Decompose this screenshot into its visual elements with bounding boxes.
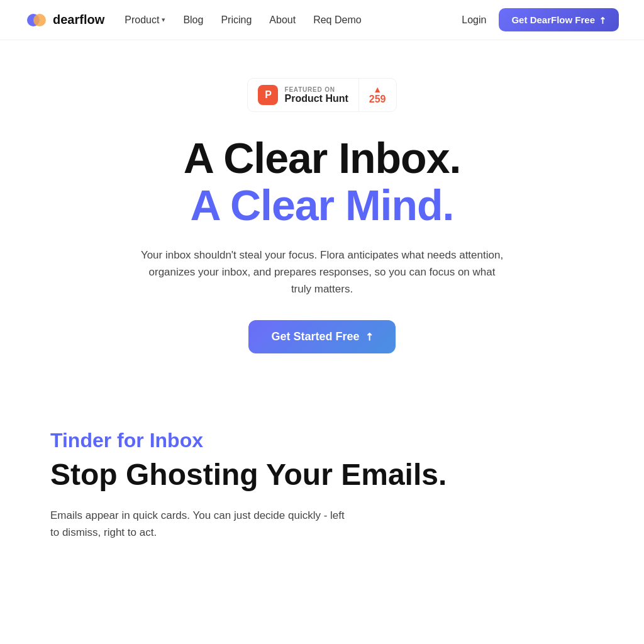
ph-text: FEATURED ON Product Hunt [284,86,348,104]
chevron-down-icon: ▾ [162,16,165,24]
nav-about-link[interactable]: About [269,14,296,25]
nav-product-link[interactable]: Product ▾ [125,14,165,26]
nav-reqdemo-link[interactable]: Req Demo [313,14,361,25]
hero-subtitle: Your inbox shouldn't steal your focus. F… [140,247,504,298]
hero-title-blue: A Clear Mind. [191,182,454,229]
nav-pricing-link[interactable]: Pricing [221,14,252,25]
upvote-triangle-icon: ▲ [373,85,382,94]
nav-blog-link[interactable]: Blog [183,14,203,25]
ph-featured-label: FEATURED ON [284,86,348,93]
product-hunt-logo: P [258,85,278,105]
hero-title-black: A Clear Inbox. [184,135,461,182]
navbar: dearflow Product ▾ Blog Pricing [0,0,644,40]
arrow-icon: ↗ [362,330,376,344]
ph-right: ▲ 259 [359,79,396,111]
hero-section: P FEATURED ON Product Hunt ▲ 259 A Clear… [0,40,644,379]
nav-item-reqdemo[interactable]: Req Demo [313,14,361,26]
logo-link[interactable]: dearflow [25,9,104,31]
login-link[interactable]: Login [462,14,486,26]
nav-item-product[interactable]: Product ▾ [125,14,165,26]
logo-icon [25,9,48,31]
product-hunt-badge[interactable]: P FEATURED ON Product Hunt ▲ 259 [247,78,396,112]
ph-name: Product Hunt [284,93,348,104]
tinder-subtitle: Tinder for Inbox [50,429,594,452]
nav-item-pricing[interactable]: Pricing [221,14,252,26]
nav-links: Product ▾ Blog Pricing About [125,14,361,26]
hero-cta-button[interactable]: Get Started Free ↗ [248,320,395,353]
logo-text: dearflow [53,13,104,27]
arrow-icon: ↗ [596,14,609,26]
tinder-title: Stop Ghosting Your Emails. [50,457,594,492]
ph-left: P FEATURED ON Product Hunt [248,79,358,111]
ph-count: 259 [369,94,386,105]
nav-right: Login Get DearFlow Free ↗ [462,8,619,31]
tinder-description: Emails appear in quick cards. You can ju… [50,507,352,541]
svg-point-1 [33,14,46,26]
nav-item-blog[interactable]: Blog [183,14,203,26]
nav-item-about[interactable]: About [269,14,296,26]
nav-left: dearflow Product ▾ Blog Pricing [25,9,362,31]
tinder-inbox-section: Tinder for Inbox Stop Ghosting Your Emai… [0,379,644,566]
nav-cta-button[interactable]: Get DearFlow Free ↗ [499,8,619,31]
